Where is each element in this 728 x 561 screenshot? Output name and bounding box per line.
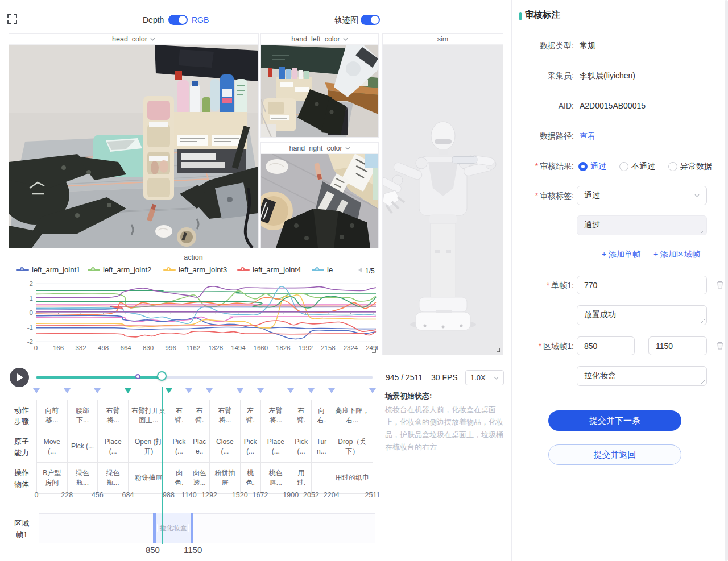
region-left-grip — [157, 524, 158, 532]
chevron-down-icon — [343, 38, 348, 41]
review-tag-select[interactable]: 通过 — [577, 186, 707, 205]
legend-marker-icon — [312, 267, 324, 273]
resize-grip-icon — [701, 229, 705, 234]
step-cell-action: 右臂将... — [210, 400, 241, 431]
svg-text:1826: 1826 — [276, 344, 291, 351]
region-selection[interactable]: 拉化妆盒 — [153, 513, 193, 543]
chevron-down-icon — [694, 194, 700, 197]
fps-label: 30 FPS — [431, 373, 458, 382]
svg-text:1660: 1660 — [254, 344, 268, 351]
step-cell-object — [312, 463, 332, 494]
frame-counter: 945 / 2511 — [386, 373, 423, 382]
review-tag-label: *审核标签: — [517, 191, 574, 201]
step-cell-skill: Pick (... — [291, 431, 312, 463]
required-mark: * — [539, 342, 541, 351]
radio-label-异常数据[interactable]: 异常数据 — [680, 161, 712, 172]
steps-table: 向前移...Move (...B户型房间腰部下...Pick (...绿色瓶..… — [36, 400, 375, 493]
frame-axis-label: 2511 — [365, 491, 380, 499]
region-start-value: 850 — [146, 545, 160, 555]
frame-axis-label: 1520 — [232, 491, 248, 499]
scrollbar-thumb[interactable] — [725, 0, 728, 561]
depth-label: Depth — [143, 15, 164, 24]
segment-marker — [308, 388, 315, 393]
step-cell-action: 右臂. — [291, 400, 312, 431]
svg-text:-1: -1 — [27, 324, 33, 331]
scene-text: 梳妆台在机器人前，化妆盒在桌面上，化妆盒的侧边摆放着物品，化妆品，护肤品盒垃圾在… — [385, 404, 507, 454]
add-single-frame-link[interactable]: + 添加单帧 — [602, 250, 640, 260]
step-cell-action: 左臂将... — [261, 400, 292, 431]
legend-item-le[interactable]: le — [312, 265, 333, 274]
play-button[interactable] — [10, 368, 29, 387]
required-mark: * — [535, 161, 538, 171]
resize-handle-icon[interactable] — [370, 347, 376, 353]
delete-region-frame-icon[interactable] — [715, 341, 725, 350]
legend-item-left_arm_joint3[interactable]: left_arm_joint3 — [163, 265, 227, 274]
review-panel: 审核标注 数据类型:常规采集员:李轶晨(liyichen)AID:A2D0015… — [511, 0, 728, 561]
resize-handle-icon[interactable] — [495, 347, 500, 352]
radio-label-通过[interactable]: 通过 — [590, 161, 606, 172]
trajectory-label: 轨迹图 — [334, 15, 358, 26]
head-camera-selector[interactable]: head_color — [9, 34, 258, 45]
legend-item-left_arm_joint1[interactable]: left_arm_joint1 — [16, 265, 80, 274]
svg-text:498: 498 — [98, 344, 109, 351]
svg-text:1328: 1328 — [208, 344, 223, 351]
head-camera-title: head_color — [112, 35, 147, 43]
hand-left-camera-title: hand_left_color — [291, 35, 340, 43]
legend-item-left_arm_joint2[interactable]: left_arm_joint2 — [88, 265, 151, 274]
legend-prev-icon[interactable] — [358, 267, 363, 273]
chart-legend: left_arm_joint1left_arm_joint2left_arm_j… — [9, 264, 378, 277]
step-cell-object: 绿色瓶... — [98, 463, 129, 494]
hand-right-camera-panel: hand_right_color — [260, 142, 379, 248]
legend-item-left_arm_joint4[interactable]: left_arm_joint4 — [237, 265, 301, 274]
head-camera-image — [9, 45, 258, 248]
depth-rgb-toggle[interactable] — [168, 15, 188, 25]
hand-right-camera-selector[interactable]: hand_right_color — [261, 143, 378, 154]
region-track-label: 区域帧1 — [12, 518, 31, 540]
speed-select[interactable]: 1.0X — [465, 370, 504, 385]
frame-axis-label: 2204 — [324, 491, 340, 499]
fullscreen-icon[interactable] — [7, 14, 17, 24]
slider-handle[interactable] — [157, 371, 167, 381]
svg-text:166: 166 — [53, 344, 64, 351]
frame-axis-label: 1672 — [253, 491, 268, 499]
segment-marker — [185, 388, 192, 393]
add-region-frame-link[interactable]: + 添加区域帧 — [653, 250, 700, 260]
segment-marker — [94, 388, 101, 393]
region-start-input[interactable]: 850 — [577, 336, 635, 355]
submit-next-button[interactable]: 提交并下一条 — [548, 410, 681, 431]
legend-page: 1/5 — [365, 267, 375, 275]
step-cell-action: 向前移... — [37, 400, 68, 431]
trajectory-toggle[interactable] — [361, 15, 380, 25]
required-mark: * — [535, 191, 538, 200]
step-cell-object: 用过. — [291, 463, 312, 494]
svg-text:2158: 2158 — [321, 344, 336, 351]
step-cell-skill: Move (... — [37, 431, 68, 463]
review-tag-note[interactable]: 通过 — [577, 215, 707, 235]
region-end-input[interactable]: 1150 — [648, 336, 707, 355]
hand-left-camera-selector[interactable]: hand_left_color — [261, 34, 378, 45]
svg-text:2: 2 — [30, 280, 33, 287]
segment-marker — [287, 388, 294, 393]
svg-text:-2: -2 — [27, 338, 33, 345]
single-frame-input[interactable]: 770 — [577, 276, 707, 294]
radio-label-不通过[interactable]: 不通过 — [631, 161, 655, 172]
chevron-down-icon — [150, 38, 155, 41]
data-path-link[interactable]: 查看 — [580, 131, 595, 142]
radio-不通过[interactable] — [619, 162, 628, 171]
region-right-grip — [188, 524, 189, 532]
frame-axis-label: 0 — [35, 491, 39, 499]
delete-single-frame-icon[interactable] — [715, 280, 725, 289]
submit-back-button[interactable]: 提交并返回 — [548, 444, 681, 465]
radio-通过[interactable] — [578, 162, 588, 171]
annotation-review-app: Depth RGB 轨迹图 head_color — [0, 0, 728, 561]
legend-label: le — [327, 265, 333, 274]
radio-异常数据[interactable] — [668, 162, 677, 171]
sim-robot-view — [383, 45, 503, 355]
single-frame-note[interactable]: 放置成功 — [577, 305, 707, 325]
sim-panel: sim — [382, 33, 503, 355]
step-cell-object: B户型房间 — [37, 463, 68, 494]
sim-title: sim — [383, 34, 503, 45]
step-cell-object: 桃色. — [241, 463, 261, 494]
region-frame-note[interactable]: 拉化妆盒 — [577, 366, 707, 386]
hand-left-camera-image — [261, 45, 378, 137]
